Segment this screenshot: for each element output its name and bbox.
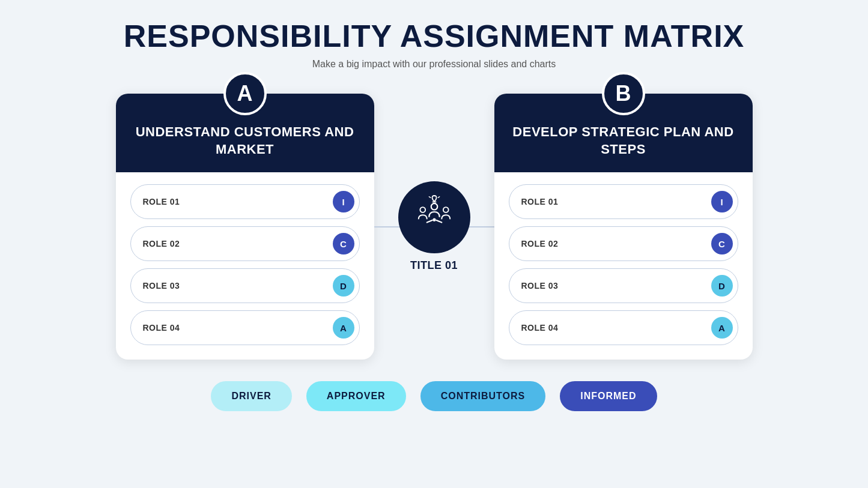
role-badge: I — [333, 191, 354, 212]
svg-point-1 — [420, 207, 425, 212]
role-badge: D — [711, 275, 733, 297]
legend-bar: DRIVERAPPROVERCONTRIBUTORSINFORMED — [211, 381, 657, 411]
card-a-title: UNDERSTAND CUSTOMERS AND MARKET — [134, 124, 356, 158]
role-badge: C — [711, 233, 733, 255]
center-connector: TITLE 01 — [374, 181, 494, 272]
svg-point-2 — [443, 207, 448, 212]
card-a-badge: A — [223, 72, 267, 115]
legend-pill: APPROVER — [306, 381, 406, 411]
card-b-container: B DEVELOP STRATEGIC PLAN AND STEPS ROLE … — [494, 94, 753, 360]
legend-pill: DRIVER — [211, 381, 291, 411]
role-badge: I — [711, 191, 733, 212]
list-item: ROLE 02 C — [509, 226, 738, 261]
card-a: UNDERSTAND CUSTOMERS AND MARKET ROLE 01 … — [116, 94, 374, 360]
legend-pill: CONTRIBUTORS — [420, 381, 546, 411]
list-item: ROLE 01 I — [509, 184, 738, 219]
svg-point-0 — [431, 203, 437, 210]
team-icon — [413, 195, 455, 239]
role-label: ROLE 02 — [521, 239, 559, 249]
role-label: ROLE 01 — [521, 197, 559, 206]
page-title: RESPONSIBILITY ASSIGNMENT MATRIX — [124, 18, 745, 54]
list-item: ROLE 04 A — [130, 310, 360, 345]
svg-point-6 — [432, 218, 436, 221]
card-b-title: DEVELOP STRATEGIC PLAN AND STEPS — [512, 124, 735, 158]
center-title: TITLE 01 — [410, 259, 458, 272]
role-label: ROLE 01 — [143, 197, 180, 206]
list-item: ROLE 04 A — [509, 310, 738, 345]
role-badge: D — [333, 275, 354, 297]
center-circle — [398, 181, 470, 253]
page-wrapper: RESPONSIBILITY ASSIGNMENT MATRIX Make a … — [0, 0, 868, 488]
svg-line-4 — [429, 197, 431, 198]
role-badge: A — [711, 317, 733, 339]
role-label: ROLE 03 — [143, 281, 180, 291]
role-label: ROLE 04 — [143, 323, 180, 333]
role-badge: C — [333, 233, 354, 255]
card-b-badge: B — [602, 72, 645, 115]
role-badge: A — [333, 317, 354, 339]
card-b: DEVELOP STRATEGIC PLAN AND STEPS ROLE 01… — [494, 94, 753, 360]
role-label: ROLE 02 — [143, 239, 180, 249]
list-item: ROLE 02 C — [130, 226, 360, 261]
list-item: ROLE 03 D — [509, 268, 738, 303]
main-content: A UNDERSTAND CUSTOMERS AND MARKET ROLE 0… — [36, 94, 832, 360]
card-b-body: ROLE 01 I ROLE 02 C ROLE 03 D ROLE 04 A — [494, 172, 753, 360]
role-label: ROLE 03 — [521, 281, 559, 291]
list-item: ROLE 01 I — [130, 184, 360, 219]
card-a-body: ROLE 01 I ROLE 02 C ROLE 03 D ROLE 04 A — [116, 172, 374, 360]
list-item: ROLE 03 D — [130, 268, 360, 303]
legend-pill: INFORMED — [560, 381, 657, 411]
role-label: ROLE 04 — [521, 323, 559, 333]
page-subtitle: Make a big impact with our professional … — [312, 59, 556, 70]
card-a-container: A UNDERSTAND CUSTOMERS AND MARKET ROLE 0… — [116, 94, 374, 360]
svg-line-5 — [438, 197, 440, 198]
